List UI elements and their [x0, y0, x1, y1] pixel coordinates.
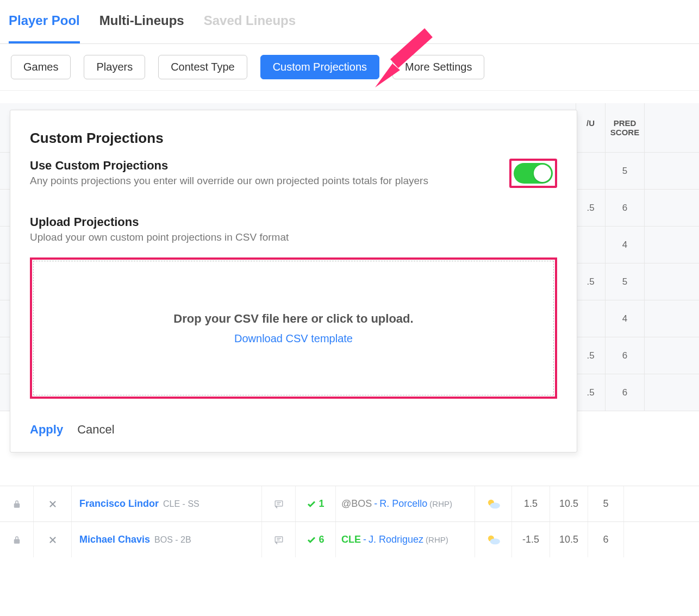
cell-pred: 5 [606, 263, 645, 300]
close-icon [48, 499, 58, 509]
remove-cell[interactable] [34, 486, 72, 521]
player-name-link[interactable]: Francisco Lindor [79, 498, 159, 510]
opponent-cell: CLE - J. Rodriguez (RHP) [336, 522, 475, 557]
remove-cell[interactable] [34, 522, 72, 557]
use-custom-title: Use Custom Projections [30, 159, 501, 173]
batting-order-cell: 1 [296, 486, 336, 521]
player-rows: Francisco Lindor CLE - SS 1 @BOS - R. Po… [0, 486, 699, 557]
lock-cell[interactable] [0, 522, 34, 557]
cell-ou [576, 300, 606, 337]
opponent-cell: @BOS - R. Porcello (RHP) [336, 486, 475, 521]
table-row: Michael Chavis BOS - 2B 6 CLE - J. Rodri… [0, 521, 699, 557]
upload-projections-desc: Upload your own custom point projections… [30, 231, 557, 243]
spread-cell: 1.5 [512, 486, 550, 521]
notes-cell[interactable] [262, 486, 296, 521]
svg-point-4 [490, 502, 500, 508]
lock-icon [12, 535, 22, 545]
pred-cell: 6 [588, 522, 624, 557]
order-value: 6 [319, 534, 324, 545]
col-ou: /U [576, 103, 606, 152]
cell-pred: 6 [606, 374, 645, 411]
svg-rect-2 [275, 501, 283, 506]
check-icon [307, 499, 316, 509]
tab-player-pool[interactable]: Player Pool [9, 13, 80, 43]
use-custom-desc: Any points projections you enter will ov… [30, 175, 501, 187]
cancel-button[interactable]: Cancel [77, 423, 114, 437]
close-icon [48, 535, 58, 545]
player-name-link[interactable]: Michael Chavis [79, 534, 150, 545]
chat-icon [274, 499, 284, 509]
lock-icon [12, 499, 22, 509]
spread-cell: -1.5 [512, 522, 550, 557]
apply-button[interactable]: Apply [30, 423, 63, 437]
chat-icon [274, 535, 284, 545]
cell-pred: 6 [606, 190, 645, 226]
opp-team: CLE [341, 534, 361, 545]
download-csv-template-link[interactable]: Download CSV template [234, 332, 353, 345]
opp-hand: (RHP) [429, 499, 452, 508]
player-cell: Michael Chavis BOS - 2B [72, 522, 262, 557]
order-value: 1 [319, 498, 324, 510]
tab-multi-lineups[interactable]: Multi-Lineups [99, 13, 184, 43]
cell-pred: 4 [606, 300, 645, 337]
contest-type-button[interactable]: Contest Type [158, 55, 247, 79]
lock-cell[interactable] [0, 486, 34, 521]
toggle-highlight [509, 159, 557, 188]
custom-projections-panel: Custom Projections Use Custom Projection… [10, 110, 577, 452]
weather-cell [475, 486, 512, 521]
weather-icon [485, 534, 502, 546]
use-custom-projections-row: Use Custom Projections Any points projec… [30, 159, 557, 201]
pred-cell: 5 [588, 486, 624, 521]
cell-pred: 5 [606, 153, 645, 189]
use-custom-toggle[interactable] [514, 163, 553, 184]
notes-cell[interactable] [262, 522, 296, 557]
cell-ou: .5 [576, 374, 606, 411]
custom-projections-button[interactable]: Custom Projections [260, 55, 379, 79]
ou-cell: 10.5 [550, 486, 588, 521]
col-pred-score: PRED SCORE [606, 103, 645, 152]
opp-dash: - [374, 498, 377, 510]
games-button[interactable]: Games [11, 55, 71, 79]
opp-dash: - [363, 534, 366, 545]
svg-point-7 [490, 538, 500, 544]
svg-rect-5 [275, 537, 283, 542]
panel-footer: Apply Cancel [30, 423, 557, 437]
opp-pitcher-link[interactable]: J. Rodriguez [369, 534, 423, 545]
check-icon [307, 535, 316, 545]
weather-icon [485, 498, 502, 510]
opp-prefix: @BOS [341, 498, 372, 510]
cell-pred: 6 [606, 337, 645, 374]
weather-cell [475, 522, 512, 557]
csv-dropzone[interactable]: Drop your CSV file here or click to uplo… [33, 261, 554, 395]
opp-pitcher-link[interactable]: R. Porcello [379, 498, 427, 510]
player-cell: Francisco Lindor CLE - SS [72, 486, 262, 521]
filter-row: Games Players Contest Type Custom Projec… [0, 44, 699, 91]
players-button[interactable]: Players [84, 55, 145, 79]
cell-ou [576, 227, 606, 263]
player-meta: BOS - 2B [154, 535, 191, 545]
panel-title: Custom Projections [30, 130, 557, 147]
player-meta: CLE - SS [163, 499, 199, 509]
cell-pred: 4 [606, 227, 645, 263]
upload-projections-title: Upload Projections [30, 215, 557, 229]
cell-ou: .5 [576, 263, 606, 300]
tabs-bar: Player Pool Multi-Lineups Saved Lineups [0, 0, 699, 44]
cell-ou: .5 [576, 190, 606, 226]
dropzone-highlight: Drop your CSV file here or click to uplo… [30, 257, 557, 399]
tab-saved-lineups: Saved Lineups [204, 13, 296, 43]
table-row: Francisco Lindor CLE - SS 1 @BOS - R. Po… [0, 486, 699, 521]
dropzone-text: Drop your CSV file here or click to uplo… [173, 312, 413, 326]
more-settings-button[interactable]: More Settings [392, 55, 484, 79]
batting-order-cell: 6 [296, 522, 336, 557]
cell-ou: .5 [576, 337, 606, 374]
cell-ou [576, 153, 606, 189]
opp-hand: (RHP) [426, 535, 448, 544]
ou-cell: 10.5 [550, 522, 588, 557]
